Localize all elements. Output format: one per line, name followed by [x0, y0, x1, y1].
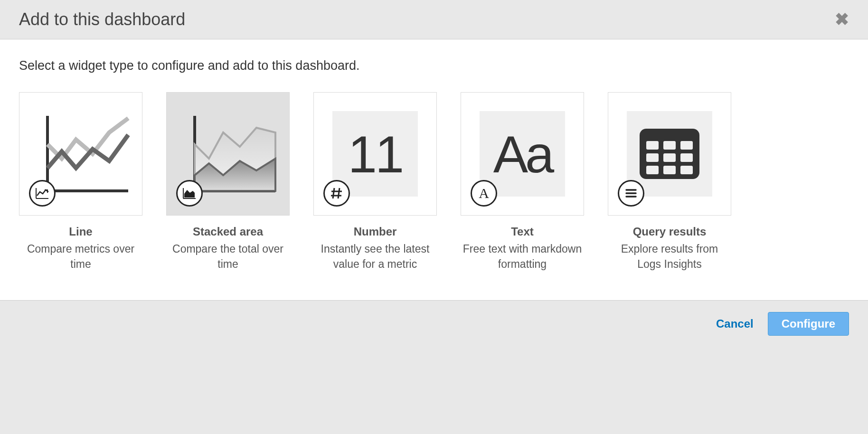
- table-grid-icon: [639, 128, 700, 180]
- widget-desc: Instantly see the latest value for a met…: [313, 241, 437, 272]
- widget-title: Text: [461, 225, 584, 238]
- modal-body: Select a widget type to configure and ad…: [0, 39, 868, 300]
- line-badge-icon: [29, 180, 56, 207]
- cancel-button[interactable]: Cancel: [716, 317, 754, 330]
- widget-preview-line: [19, 92, 142, 216]
- configure-button[interactable]: Configure: [768, 312, 849, 336]
- letter-badge-icon: A: [471, 180, 497, 207]
- widget-title: Query results: [608, 225, 731, 238]
- close-icon[interactable]: ✖: [835, 11, 849, 28]
- svg-rect-13: [663, 141, 676, 150]
- list-badge-icon: [618, 180, 644, 207]
- svg-rect-16: [663, 153, 676, 162]
- svg-rect-15: [646, 153, 659, 162]
- svg-marker-6: [184, 190, 195, 198]
- widget-option-number[interactable]: 11 Number Instantly see the latest value…: [313, 92, 437, 272]
- svg-rect-18: [646, 166, 659, 174]
- modal-title: Add to this dashboard: [19, 9, 185, 29]
- widget-title: Stacked area: [166, 225, 290, 238]
- svg-line-7: [333, 188, 334, 198]
- widget-option-line[interactable]: Line Compare metrics over time: [19, 92, 142, 272]
- svg-rect-17: [680, 153, 693, 162]
- widget-preview-number: 11: [313, 92, 437, 216]
- widget-preview-stacked-area: [166, 92, 290, 216]
- area-badge-icon: [176, 180, 203, 207]
- widget-option-query-results[interactable]: Query results Explore results from Logs …: [608, 92, 731, 272]
- hash-badge-icon: [323, 180, 350, 207]
- svg-rect-19: [663, 166, 676, 174]
- text-sample: Aa: [493, 124, 552, 184]
- modal-footer: Cancel Configure: [0, 300, 868, 347]
- modal-header: Add to this dashboard ✖: [0, 0, 868, 39]
- widget-list: Line Compare metrics over time: [19, 92, 849, 272]
- widget-option-text[interactable]: Aa A Text Free text with markdown format…: [461, 92, 584, 272]
- widget-desc: Free text with markdown formatting: [461, 241, 584, 272]
- widget-preview-text: Aa A: [461, 92, 584, 216]
- widget-desc: Explore results from Logs Insights: [608, 241, 731, 272]
- widget-desc: Compare metrics over time: [19, 241, 142, 272]
- number-sample: 11: [348, 124, 402, 184]
- svg-rect-12: [646, 141, 659, 150]
- widget-option-stacked-area[interactable]: Stacked area Compare the total over time: [166, 92, 290, 272]
- widget-title: Number: [313, 225, 437, 238]
- svg-rect-14: [680, 141, 693, 150]
- instruction-text: Select a widget type to configure and ad…: [19, 58, 849, 73]
- widget-desc: Compare the total over time: [166, 241, 290, 272]
- widget-title: Line: [19, 225, 142, 238]
- svg-rect-20: [680, 166, 693, 174]
- widget-preview-query: [608, 92, 731, 216]
- svg-line-8: [338, 188, 340, 198]
